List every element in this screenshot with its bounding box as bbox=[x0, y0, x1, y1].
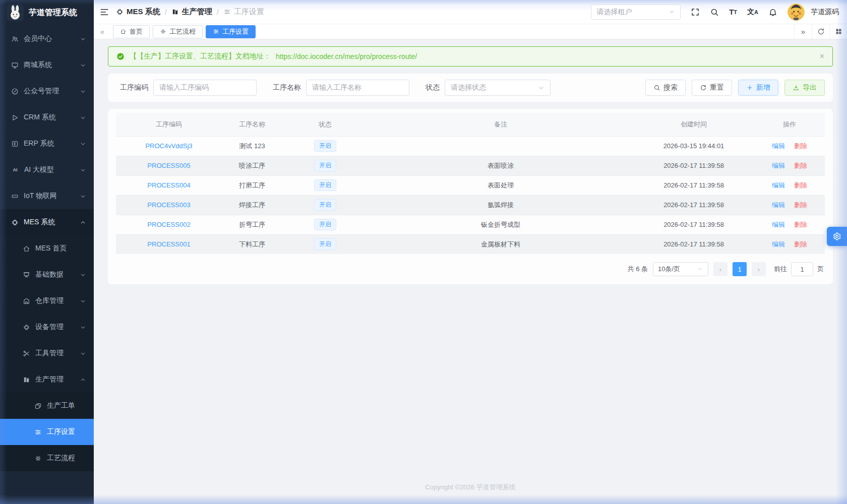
app-logo[interactable]: 芋道管理系统 bbox=[0, 0, 94, 25]
remark-cell: 表面喷涂 bbox=[368, 156, 633, 175]
edit-button[interactable]: 编辑 bbox=[772, 221, 785, 228]
sidebar-collapse-icon[interactable] bbox=[100, 8, 109, 17]
delete-button[interactable]: 删除 bbox=[794, 142, 807, 150]
edit-button[interactable]: 编辑 bbox=[772, 162, 785, 169]
sidebar-item[interactable]: MES 首页 bbox=[0, 235, 94, 262]
ai-icon: AI bbox=[11, 167, 19, 172]
process-name-cell: 折弯工序 bbox=[222, 215, 282, 234]
goto-page-input[interactable]: 1 bbox=[791, 262, 813, 276]
table-row: PROCESS003焊接工序开启氩弧焊接2026-02-17 11:39:58编… bbox=[116, 195, 825, 215]
edit-button[interactable]: 编辑 bbox=[772, 240, 785, 248]
process-code-link[interactable]: PROC4vVddSj3 bbox=[145, 142, 192, 150]
export-button[interactable]: 导出 bbox=[784, 80, 825, 96]
reset-button[interactable]: 重置 bbox=[692, 80, 732, 96]
page-number-button[interactable]: 1 bbox=[733, 262, 747, 276]
filter-bar: 工序编码 请输入工序编码 工序名称 请输入工序名称 状态 请选择状态 搜索 bbox=[108, 74, 833, 102]
iot-icon bbox=[11, 193, 19, 200]
logo-rabbit-icon bbox=[7, 4, 24, 21]
workorder-icon bbox=[34, 402, 42, 410]
sidebar-item-label: MES 系统 bbox=[24, 218, 55, 227]
edit-button[interactable]: 编辑 bbox=[772, 181, 785, 189]
sidebar-item[interactable]: 商城系统 bbox=[0, 52, 94, 78]
tenant-select[interactable]: 请选择租户 bbox=[591, 5, 681, 20]
tab[interactable]: 首页 bbox=[113, 25, 150, 38]
breadcrumb-item[interactable]: 生产管理 bbox=[171, 7, 212, 17]
app-title: 芋道管理系统 bbox=[29, 8, 77, 18]
sidebar-item[interactable]: AIAI 大模型 bbox=[0, 157, 94, 183]
breadcrumb-item[interactable]: MES 系统 bbox=[116, 7, 160, 17]
pagination: 共 6 条 10条/页 ‹ 1 › 前往 1 页 bbox=[116, 254, 825, 283]
layout-grid-icon[interactable] bbox=[829, 24, 847, 39]
sidebar-item-label: 工具管理 bbox=[35, 349, 64, 358]
sidebar-item[interactable]: IoT 物联网 bbox=[0, 183, 94, 209]
search-button[interactable]: 搜索 bbox=[645, 80, 686, 96]
prev-page-button[interactable]: ‹ bbox=[713, 262, 728, 276]
sidebar-item[interactable]: 生产管理 bbox=[0, 366, 94, 393]
tab-active[interactable]: 工序设置 bbox=[206, 25, 256, 38]
sidebar-item[interactable]: 设备管理 bbox=[0, 314, 94, 340]
chevron-up-icon bbox=[80, 220, 86, 225]
username[interactable]: 芋道源码 bbox=[811, 8, 839, 17]
copyright: Copyright ©2026 芋道管理系统 bbox=[108, 474, 833, 504]
remark-cell: 氩弧焊接 bbox=[368, 195, 633, 215]
refresh-page-icon[interactable] bbox=[812, 24, 829, 39]
tab[interactable]: 工艺流程 bbox=[153, 25, 203, 38]
translate-icon[interactable]: 文A bbox=[747, 8, 758, 17]
status-select[interactable]: 请选择状态 bbox=[445, 80, 551, 96]
search-icon[interactable] bbox=[710, 8, 719, 17]
delete-button[interactable]: 删除 bbox=[794, 240, 807, 248]
process-name-input[interactable]: 请输入工序名称 bbox=[306, 80, 409, 96]
chevron-down-icon bbox=[80, 325, 86, 330]
sidebar-item[interactable]: 基础数据 bbox=[0, 262, 94, 288]
sidebar-item[interactable]: 公众号管理 bbox=[0, 78, 94, 104]
main-area: MES 系统/生产管理/工序设置 请选择租户 TT 文A bbox=[94, 0, 847, 504]
created-time-cell: 2026-02-17 11:39:58 bbox=[633, 195, 754, 215]
process-code-link[interactable]: PROCESS002 bbox=[147, 221, 190, 228]
sidebar-item[interactable]: ERP 系统 bbox=[0, 131, 94, 157]
sidebar-item[interactable]: 工具管理 bbox=[0, 340, 94, 366]
sidebar-item[interactable]: MES 系统 bbox=[0, 209, 94, 235]
process-code-link[interactable]: PROCESS001 bbox=[147, 240, 190, 248]
process-code-link[interactable]: PROCESS004 bbox=[147, 181, 190, 189]
close-icon[interactable]: × bbox=[820, 52, 824, 61]
add-button[interactable]: 新增 bbox=[738, 80, 778, 96]
notification-bell-icon[interactable] bbox=[768, 8, 777, 17]
delete-button[interactable]: 删除 bbox=[794, 221, 807, 228]
sidebar-item[interactable]: 仓库管理 bbox=[0, 288, 94, 314]
sidebar-item[interactable]: 生产工单 bbox=[0, 393, 94, 419]
settings-fab[interactable] bbox=[827, 227, 847, 246]
sidebar-item-label: 会员中心 bbox=[24, 34, 52, 43]
chevron-down-icon bbox=[80, 272, 86, 278]
chevron-down-icon bbox=[538, 85, 544, 91]
process-code-link[interactable]: PROCESS005 bbox=[147, 162, 190, 169]
mes-icon bbox=[11, 219, 19, 226]
page-size-select[interactable]: 10条/页 bbox=[653, 262, 708, 276]
sidebar-item-label: 设备管理 bbox=[35, 323, 64, 332]
delete-button[interactable]: 删除 bbox=[794, 162, 807, 169]
edit-button[interactable]: 编辑 bbox=[772, 142, 785, 150]
user-avatar[interactable] bbox=[788, 4, 805, 21]
sidebar-item[interactable]: 工序设置 bbox=[0, 419, 94, 445]
home-icon bbox=[120, 28, 127, 35]
process-code-input[interactable]: 请输入工序编码 bbox=[153, 80, 257, 96]
edit-button[interactable]: 编辑 bbox=[772, 201, 785, 209]
sidebar-item[interactable]: 工艺流程 bbox=[0, 445, 94, 471]
next-page-button[interactable]: › bbox=[752, 262, 766, 276]
delete-button[interactable]: 删除 bbox=[794, 181, 807, 189]
status-badge: 开启 bbox=[314, 199, 336, 211]
remark-cell: 钣金折弯成型 bbox=[368, 215, 633, 234]
delete-button[interactable]: 删除 bbox=[794, 201, 807, 209]
sidebar-item[interactable]: CRM 系统 bbox=[0, 104, 94, 131]
device-icon bbox=[23, 324, 30, 331]
font-size-icon[interactable]: TT bbox=[729, 8, 737, 16]
sidebar-item[interactable]: 会员中心 bbox=[0, 26, 94, 52]
chevron-down-icon bbox=[80, 167, 86, 173]
created-time-cell: 2026-02-17 11:39:58 bbox=[633, 175, 754, 195]
fullscreen-icon[interactable] bbox=[691, 8, 700, 17]
tabs-scroll-left-icon[interactable]: « bbox=[94, 24, 111, 39]
tabs-scroll-right-icon[interactable]: » bbox=[794, 24, 812, 39]
process-code-link[interactable]: PROCESS003 bbox=[147, 201, 190, 209]
page-suffix: 页 bbox=[817, 265, 824, 274]
doc-link[interactable]: https://doc.iocoder.cn/mes/pro/process-r… bbox=[276, 52, 417, 60]
home-icon bbox=[23, 245, 30, 253]
